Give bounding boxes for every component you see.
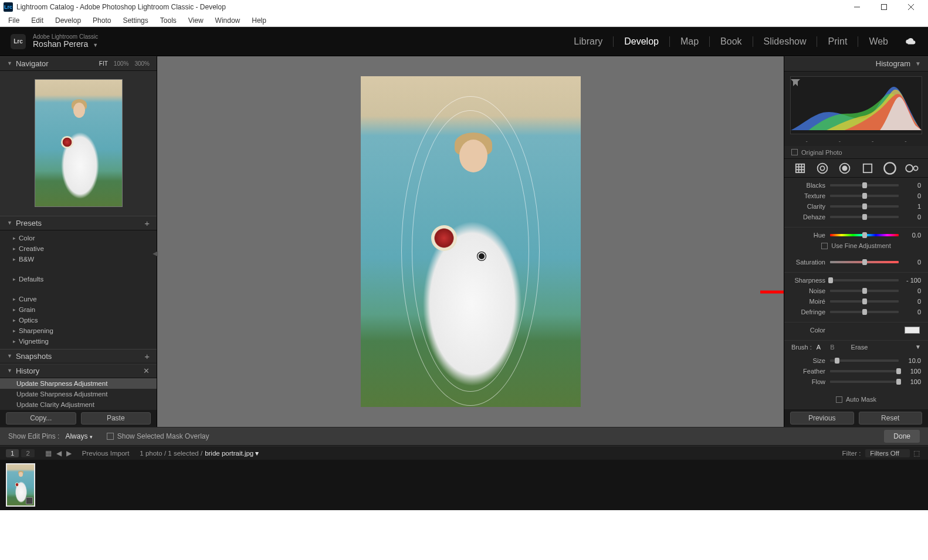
add-snapshot-icon[interactable]: + — [144, 351, 150, 361]
filmstrip-thumbnail[interactable] — [6, 463, 35, 507]
clear-history-icon[interactable]: ✕ — [143, 366, 150, 375]
filmstrip[interactable] — [0, 460, 928, 510]
menu-tools[interactable]: Tools — [154, 15, 182, 26]
preset-defaults[interactable]: ▸Defaults — [0, 274, 157, 284]
presets-header[interactable]: ▼Presets + — [0, 216, 157, 230]
menu-bar[interactable]: FileEditDevelopPhotoSettingsToolsViewWin… — [0, 14, 928, 27]
left-panel-toggle[interactable]: ◀ — [152, 242, 158, 265]
previous-button[interactable]: Previous — [790, 412, 854, 425]
done-button[interactable]: Done — [884, 430, 920, 443]
navigator-thumbnail[interactable] — [35, 79, 123, 207]
highlight-clip-icon[interactable] — [791, 79, 798, 86]
minimize-button[interactable] — [844, 0, 871, 14]
grid-view-icon[interactable]: ▦ — [45, 449, 52, 457]
paste-button[interactable]: Paste — [81, 412, 151, 425]
identity-plate[interactable]: Adobe Lightroom Classic Roshan Perera▼ — [33, 33, 98, 49]
heal-tool-icon[interactable] — [815, 161, 829, 175]
preset-vignetting[interactable]: ▸Vignetting — [0, 336, 157, 347]
brush-a[interactable]: A — [817, 344, 821, 351]
module-map[interactable]: Map — [670, 36, 710, 47]
nav-zoom-fit[interactable]: FIT — [99, 60, 108, 67]
preset-color[interactable]: ▸Color — [0, 233, 157, 243]
slider-defringe[interactable]: Defringe0 — [784, 307, 928, 317]
radial-tool-icon[interactable] — [883, 161, 897, 175]
cloud-sync-icon[interactable] — [905, 38, 917, 46]
slider-flow[interactable]: Flow100 — [784, 376, 928, 387]
module-develop[interactable]: Develop — [614, 36, 670, 47]
filter-label: Filter : — [842, 450, 861, 457]
module-web[interactable]: Web — [858, 36, 901, 47]
slider-size[interactable]: Size10.0 — [784, 355, 928, 366]
color-picker-row[interactable]: Color — [784, 325, 928, 335]
histogram-header[interactable]: Histogram▼ — [784, 56, 928, 72]
menu-photo[interactable]: Photo — [87, 15, 117, 26]
filmstrip-header: 1 2 ▦ ◀ ▶ Previous Import 1 photo / 1 se… — [0, 446, 928, 460]
history-header[interactable]: ▼History ✕ — [0, 364, 157, 378]
filter-lock-icon[interactable]: ⬚ — [913, 449, 920, 457]
slider-saturation[interactable]: Saturation0 — [784, 257, 928, 267]
svg-point-13 — [818, 163, 828, 173]
menu-file[interactable]: File — [2, 15, 25, 26]
filter-dropdown[interactable]: Filters Off — [865, 449, 910, 457]
module-slideshow[interactable]: Slideshow — [753, 36, 818, 47]
slider-hue[interactable]: Hue0.0 — [784, 230, 928, 240]
brush-b[interactable]: B — [830, 344, 834, 351]
histogram[interactable] — [790, 76, 922, 135]
menu-window[interactable]: Window — [209, 15, 246, 26]
slider-clarity[interactable]: Clarity1 — [784, 201, 928, 212]
module-book[interactable]: Book — [710, 36, 753, 47]
brush-tool-icon[interactable] — [905, 161, 919, 175]
show-pins-dropdown[interactable]: Always ▾ — [65, 432, 92, 440]
preset-sharpening[interactable]: ▸Sharpening — [0, 325, 157, 336]
preset-optics[interactable]: ▸Optics — [0, 315, 157, 325]
menu-develop[interactable]: Develop — [49, 15, 87, 26]
slider-blacks[interactable]: Blacks0 — [784, 180, 928, 191]
fine-adjust-toggle[interactable]: Use Fine Adjustment — [784, 240, 928, 251]
brush-erase[interactable]: Erase — [851, 344, 868, 351]
slider-noise[interactable]: Noise0 — [784, 286, 928, 296]
overlay-checkbox[interactable] — [107, 433, 114, 440]
gradient-tool-icon[interactable] — [861, 161, 875, 175]
crop-tool-icon[interactable] — [793, 161, 807, 175]
module-print[interactable]: Print — [817, 36, 858, 47]
preset-b-w[interactable]: ▸B&W — [0, 254, 157, 264]
preset-curve[interactable]: ▸Curve — [0, 294, 157, 304]
preset-creative[interactable]: ▸Creative — [0, 243, 157, 254]
history-item[interactable]: Update Sharpness Adjustment — [0, 378, 157, 389]
navigator-header[interactable]: ▼Navigator FIT100%300% — [0, 56, 157, 71]
slider-feather[interactable]: Feather100 — [784, 366, 928, 376]
primary-monitor[interactable]: 1 — [6, 449, 19, 457]
source-label[interactable]: Previous Import — [82, 450, 130, 457]
close-button[interactable] — [897, 0, 924, 14]
preset-grain[interactable]: ▸Grain — [0, 304, 157, 315]
menu-help[interactable]: Help — [246, 15, 272, 26]
go-back-icon[interactable]: ◀ — [56, 449, 62, 457]
slider-dehaze[interactable]: Dehaze0 — [784, 212, 928, 222]
secondary-monitor[interactable]: 2 — [21, 449, 34, 457]
mask-pin[interactable] — [477, 252, 486, 260]
module-library[interactable]: Library — [563, 36, 614, 47]
history-item[interactable]: Update Sharpness Adjustment — [0, 389, 157, 399]
menu-settings[interactable]: Settings — [117, 15, 154, 26]
go-forward-icon[interactable]: ▶ — [66, 449, 72, 457]
menu-view[interactable]: View — [182, 15, 209, 26]
automask-toggle[interactable]: Auto Mask — [784, 394, 928, 405]
slider-moiré[interactable]: Moiré0 — [784, 296, 928, 307]
current-filename[interactable]: bride portrait.jpg ▾ — [205, 449, 259, 457]
reset-button[interactable]: Reset — [859, 412, 923, 425]
nav-zoom-300%[interactable]: 300% — [134, 60, 150, 67]
color-swatch[interactable] — [905, 327, 920, 334]
image-canvas[interactable]: ◀ ▶ — [157, 56, 784, 427]
maximize-button[interactable] — [871, 0, 897, 14]
copy-button[interactable]: Copy... — [6, 412, 76, 425]
redeye-tool-icon[interactable] — [838, 161, 852, 175]
snapshots-header[interactable]: ▼Snapshots + — [0, 349, 157, 364]
original-photo-toggle[interactable]: Original Photo — [784, 146, 928, 159]
slider-texture[interactable]: Texture0 — [784, 191, 928, 201]
add-preset-icon[interactable]: + — [144, 218, 150, 228]
history-item[interactable]: Update Clarity Adjustment — [0, 399, 157, 410]
nav-zoom-100%[interactable]: 100% — [114, 60, 129, 67]
svg-point-20 — [913, 166, 917, 170]
slider-sharpness[interactable]: Sharpness- 100 — [784, 275, 928, 286]
menu-edit[interactable]: Edit — [25, 15, 49, 26]
